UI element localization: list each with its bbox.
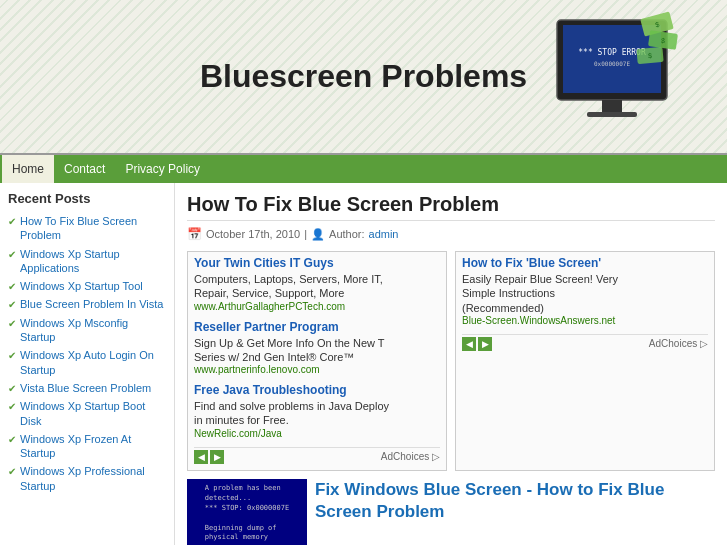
site-title: Bluescreen Problems: [200, 58, 527, 95]
checkmark-icon: ✔: [8, 400, 16, 413]
checkmark-icon: ✔: [8, 298, 16, 311]
bsod-text: A problem has beendetected...*** STOP: 0…: [205, 484, 289, 543]
ad-text: Sign Up & Get More Info On the New TSeri…: [194, 336, 440, 365]
ad-title[interactable]: Free Java Troubleshooting: [194, 383, 440, 397]
sidebar-link-5[interactable]: ✔Windows Xp Auto Login On Startup: [8, 348, 166, 377]
nav-item-privacy[interactable]: Privacy Policy: [115, 155, 210, 183]
ad-column-left: Your Twin Cities IT Guys Computers, Lapt…: [187, 251, 447, 471]
nav-item-home[interactable]: Home: [2, 155, 54, 183]
ad-text: Find and solve problems in Java Deployin…: [194, 399, 440, 428]
ad-url: www.partnerinfo.lenovo.com: [194, 364, 440, 375]
ad-title[interactable]: Reseller Partner Program: [194, 320, 440, 334]
sidebar-links: ✔How To Fix Blue Screen Problem✔Windows …: [8, 214, 166, 493]
ad-right-footer: ◀ ▶ AdChoices ▷: [462, 334, 708, 353]
bsod-post-title[interactable]: Fix Windows Blue Screen - How to Fix Blu…: [315, 479, 715, 545]
ad-left-item-1: Reseller Partner Program Sign Up & Get M…: [194, 320, 440, 376]
site-header: Bluescreen Problems *** STOP ERROR 0x000…: [0, 0, 727, 155]
checkmark-icon: ✔: [8, 433, 16, 446]
checkmark-icon: ✔: [8, 248, 16, 261]
ad-right-nav: ◀ ▶: [462, 337, 492, 351]
ad-url: www.ArthurGallagherPCTech.com: [194, 301, 440, 312]
bsod-image: A problem has beendetected...*** STOP: 0…: [187, 479, 307, 545]
checkmark-icon: ✔: [8, 382, 16, 395]
checkmark-icon: ✔: [8, 280, 16, 293]
sidebar-link-0[interactable]: ✔How To Fix Blue Screen Problem: [8, 214, 166, 243]
ad-next-btn[interactable]: ▶: [210, 450, 224, 464]
sidebar-link-1[interactable]: ✔Windows Xp Startup Applications: [8, 247, 166, 276]
ad-column-right: How to Fix 'Blue Screen' Easily Repair B…: [455, 251, 715, 471]
sidebar-link-9[interactable]: ✔Windows Xp Professional Startup: [8, 464, 166, 493]
post-title: How To Fix Blue Screen Problem: [187, 193, 715, 221]
svg-text:*** STOP ERROR: *** STOP ERROR: [578, 48, 646, 57]
post-date: October 17th, 2010: [206, 228, 300, 240]
post-meta: 📅 October 17th, 2010 | 👤 Author: admin: [187, 227, 715, 241]
ad-left-item-2: Free Java Troubleshooting Find and solve…: [194, 383, 440, 439]
ad-right-item-0: How to Fix 'Blue Screen' Easily Repair B…: [462, 256, 708, 326]
checkmark-icon: ✔: [8, 215, 16, 228]
main-layout: Recent Posts ✔How To Fix Blue Screen Pro…: [0, 183, 727, 545]
sidebar-link-7[interactable]: ✔Windows Xp Startup Boot Disk: [8, 399, 166, 428]
ads-container: Your Twin Cities IT Guys Computers, Lapt…: [187, 251, 715, 471]
checkmark-icon: ✔: [8, 465, 16, 478]
sidebar: Recent Posts ✔How To Fix Blue Screen Pro…: [0, 183, 175, 545]
ad-right-next-btn[interactable]: ▶: [478, 337, 492, 351]
svg-rect-4: [602, 100, 622, 112]
sidebar-link-3[interactable]: ✔Blue Screen Problem In Vista: [8, 297, 166, 311]
nav-item-contact[interactable]: Contact: [54, 155, 115, 183]
navigation-bar: Home Contact Privacy Policy: [0, 155, 727, 183]
author-label: Author:: [329, 228, 364, 240]
ad-left-nav: ◀ ▶: [194, 450, 224, 464]
ad-left-item-0: Your Twin Cities IT Guys Computers, Lapt…: [194, 256, 440, 312]
sidebar-title: Recent Posts: [8, 191, 166, 208]
header-graphic: *** STOP ERROR 0x0000007E $ $ $: [537, 10, 697, 140]
post-separator: |: [304, 228, 307, 240]
ad-left-footer: ◀ ▶ AdChoices ▷: [194, 447, 440, 466]
main-content: How To Fix Blue Screen Problem 📅 October…: [175, 183, 727, 545]
sidebar-link-8[interactable]: ✔Windows Xp Frozen At Startup: [8, 432, 166, 461]
ad-right-items: How to Fix 'Blue Screen' Easily Repair B…: [462, 256, 708, 326]
ad-choices-right: AdChoices ▷: [649, 338, 708, 349]
ad-right-url: Blue-Screen.WindowsAnswers.net: [462, 315, 708, 326]
sidebar-link-4[interactable]: ✔Windows Xp Msconfig Startup: [8, 316, 166, 345]
ad-choices-left: AdChoices ▷: [381, 451, 440, 462]
svg-text:0x0000007E: 0x0000007E: [594, 60, 631, 67]
svg-rect-5: [587, 112, 637, 117]
svg-text:$: $: [648, 52, 653, 59]
ad-prev-btn[interactable]: ◀: [194, 450, 208, 464]
ad-text: Computers, Laptops, Servers, More IT,Rep…: [194, 272, 440, 301]
ad-right-title[interactable]: How to Fix 'Blue Screen': [462, 256, 708, 270]
ad-right-prev-btn[interactable]: ◀: [462, 337, 476, 351]
sidebar-link-2[interactable]: ✔Windows Xp Startup Tool: [8, 279, 166, 293]
ad-left-items: Your Twin Cities IT Guys Computers, Lapt…: [194, 256, 440, 439]
author-link[interactable]: admin: [369, 228, 399, 240]
ad-right-text: Easily Repair Blue Screen! VerySimple In…: [462, 272, 708, 315]
sidebar-link-6[interactable]: ✔Vista Blue Screen Problem: [8, 381, 166, 395]
checkmark-icon: ✔: [8, 317, 16, 330]
author-icon: 👤: [311, 228, 325, 241]
bsod-section: A problem has beendetected...*** STOP: 0…: [187, 479, 715, 545]
ad-url: NewRelic.com/Java: [194, 428, 440, 439]
checkmark-icon: ✔: [8, 349, 16, 362]
ad-title[interactable]: Your Twin Cities IT Guys: [194, 256, 440, 270]
calendar-icon: 📅: [187, 227, 202, 241]
